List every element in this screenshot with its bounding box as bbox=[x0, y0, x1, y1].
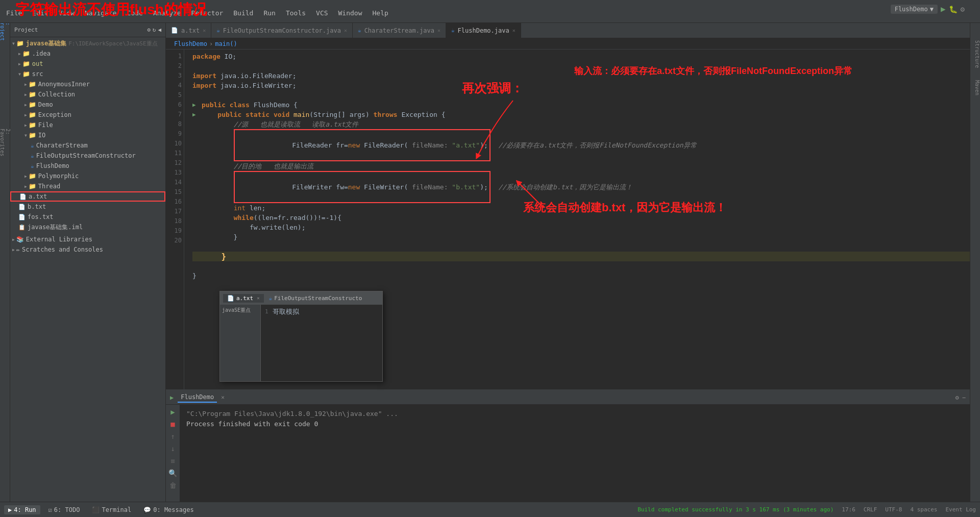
close-icon[interactable]: ✕ bbox=[203, 28, 206, 33]
popup-code-line-1: 1 哥取模拟 bbox=[265, 307, 378, 316]
project-panel: Project ⚙ ↻ ◀ ▼ 📁 javase基础集 F:\IDEAworkS… bbox=[10, 23, 166, 502]
code-line-16 bbox=[192, 242, 970, 252]
rerun-button[interactable]: ▶ bbox=[168, 407, 178, 417]
java-icon: ☕ bbox=[358, 27, 361, 34]
sync-icon[interactable]: ↻ bbox=[153, 27, 156, 33]
taskbar-run-label: 4: Run bbox=[14, 506, 36, 513]
tab-label: FileOutputStreamConstructor.java bbox=[223, 27, 341, 34]
debug-button[interactable]: 🐛 bbox=[949, 5, 958, 13]
tab-fileoutputstreamconstructor[interactable]: ☕ FileOutputStreamConstructor.java ✕ bbox=[211, 23, 353, 38]
filter-button[interactable]: 🔍 bbox=[168, 468, 178, 478]
project-header: Project ⚙ ↻ ◀ bbox=[10, 23, 165, 37]
taskbar-messages-label: 0: Messages bbox=[153, 506, 193, 513]
tree-external-libraries[interactable]: ▶ 📚 External Libraries bbox=[10, 234, 165, 244]
todo-icon: ☑ bbox=[48, 506, 52, 513]
tree-root[interactable]: ▼ 📁 javase基础集 F:\IDEAworkSpace\JavaSE重点 bbox=[10, 38, 165, 48]
close-icon[interactable]: ✕ bbox=[257, 296, 259, 301]
menu-run[interactable]: Run bbox=[261, 8, 277, 18]
tree-anonymousinner[interactable]: ▶ 📁 AnonymousInner bbox=[10, 79, 165, 89]
scroll-up-button[interactable]: ↑ bbox=[168, 431, 178, 441]
code-line-14: fw.write(len); bbox=[192, 223, 970, 232]
output-line-1: "C:\Program Files\Java\jdk1.8.0_192\bin\… bbox=[186, 409, 964, 419]
tab-run[interactable]: FlushDemo bbox=[178, 392, 217, 403]
favorites-sidebar-btn[interactable]: 2: Favorites bbox=[1, 138, 10, 147]
close-icon[interactable]: ✕ bbox=[344, 28, 347, 33]
maven-btn[interactable]: Maven bbox=[971, 80, 980, 89]
structure-btn[interactable]: Structure bbox=[971, 40, 980, 50]
editor-tabs: 📄 a.txt ✕ ☕ FileOutputStreamConstructor.… bbox=[166, 23, 970, 38]
build-status: Build completed successfully in 3 s 167 … bbox=[638, 506, 834, 513]
tab-label: a.txt bbox=[181, 27, 200, 34]
menu-bar: 字符输出流不使用flush的情况 File Edit View Navigate… bbox=[0, 0, 980, 23]
close-icon[interactable]: ✕ bbox=[512, 28, 516, 33]
tree-out[interactable]: ▶ 📁 out bbox=[10, 59, 165, 69]
tree-charaterstream[interactable]: ☕ CharaterStream bbox=[10, 140, 165, 151]
tree-btxt[interactable]: 📄 b.txt bbox=[10, 202, 165, 212]
tree-io[interactable]: ▼ 📁 IO bbox=[10, 130, 165, 140]
stop-button[interactable]: ■ bbox=[168, 419, 178, 429]
java-icon: ☕ bbox=[451, 27, 455, 34]
project-sidebar-btn[interactable]: 1: Project bbox=[1, 26, 10, 35]
tree-exception[interactable]: ▶ 📁 Exception bbox=[10, 110, 165, 120]
tree-idea[interactable]: ▶ 📁 .idea bbox=[10, 48, 165, 59]
popup-file-viewer: 📄 a.txt ✕ ☕ FileOutputStreamConstructo j… bbox=[219, 291, 383, 382]
code-line-11: FileWriter fw=new FileWriter( fileName: … bbox=[192, 171, 970, 203]
code-line-7: ▶ public static void main(String[] args)… bbox=[192, 110, 970, 119]
taskbar-run[interactable]: ▶ 4: Run bbox=[4, 505, 40, 514]
menu-build[interactable]: Build bbox=[231, 8, 255, 18]
popup-editor[interactable]: 1 哥取模拟 bbox=[261, 305, 382, 381]
settings-icon[interactable]: ⚙ bbox=[955, 394, 959, 401]
tree-iml[interactable]: 📋 javase基础集.iml bbox=[10, 222, 165, 232]
tree-fostxt[interactable]: 📄 fos.txt bbox=[10, 212, 165, 222]
run-icon: ▶ bbox=[170, 394, 174, 401]
tree-flushdemo[interactable]: ☕ FlushDemo bbox=[10, 161, 165, 171]
tree-scratches[interactable]: ▶ ✏ Scratches and Consoles bbox=[10, 244, 165, 255]
menu-tools[interactable]: Tools bbox=[284, 8, 308, 18]
close-icon[interactable]: ✕ bbox=[437, 28, 440, 33]
tree-thread[interactable]: ▶ 📁 Thread bbox=[10, 181, 165, 191]
tree-collection[interactable]: ▶ 📁 Collection bbox=[10, 89, 165, 100]
code-line-6: ▶ public class FlushDemo { bbox=[192, 100, 970, 110]
close-run-tab[interactable]: ✕ bbox=[221, 394, 225, 401]
popup-tab-atxt[interactable]: 📄 a.txt ✕ bbox=[223, 294, 264, 303]
tree-polymorphic[interactable]: ▶ 📁 Polymorphic bbox=[10, 171, 165, 181]
file-icon: 📄 bbox=[171, 27, 178, 34]
tree-atxt[interactable]: 📄 a.txt bbox=[10, 191, 165, 202]
line-ending: CRLF bbox=[864, 506, 877, 513]
event-log[interactable]: Event Log bbox=[945, 506, 976, 513]
fold-button[interactable]: ≡ bbox=[168, 456, 178, 466]
tab-atxt[interactable]: 📄 a.txt ✕ bbox=[166, 23, 211, 38]
menu-window[interactable]: Window bbox=[336, 8, 364, 18]
java-icon: ☕ bbox=[216, 27, 220, 34]
menu-vcs[interactable]: VCS bbox=[314, 8, 330, 18]
popup-tab-fileoutput[interactable]: ☕ FileOutputStreamConstructo bbox=[265, 294, 366, 303]
main-layout: 1: Project 2: Favorites Project ⚙ ↻ ◀ ▼ … bbox=[0, 23, 980, 502]
taskbar-terminal[interactable]: ⬛ Terminal bbox=[88, 505, 135, 514]
minimize-icon[interactable]: − bbox=[962, 394, 966, 401]
taskbar-todo[interactable]: ☑ 6: TODO bbox=[44, 505, 84, 514]
tree-fileoutputstreamconstructor[interactable]: ☕ FileOutputStreamConstructor bbox=[10, 151, 165, 161]
build-button[interactable]: ⚙ bbox=[961, 5, 965, 13]
trash-button[interactable]: 🗑 bbox=[168, 480, 178, 490]
code-line-9: FileReader fr=new FileReader( fileName: … bbox=[192, 129, 970, 161]
breadcrumb-flushdemo[interactable]: FlushDemo bbox=[174, 40, 207, 47]
breadcrumb-sep: › bbox=[209, 40, 213, 47]
code-line-20 bbox=[192, 281, 970, 290]
scroll-down-button[interactable]: ↓ bbox=[168, 444, 178, 454]
tab-charaterstream[interactable]: ☕ CharaterStream.java ✕ bbox=[353, 23, 446, 38]
tab-flushdemo[interactable]: ☕ FlushDemo.java ✕ bbox=[446, 23, 521, 38]
tree-demo[interactable]: ▶ 📁 Demo bbox=[10, 100, 165, 110]
taskbar: ▶ 4: Run ☑ 6: TODO ⬛ Terminal 💬 0: Messa… bbox=[0, 502, 980, 517]
encoding: UTF-8 bbox=[885, 506, 902, 513]
collapse-icon[interactable]: ◀ bbox=[158, 27, 161, 33]
run-config-selector[interactable]: FlushDemo ▼ bbox=[891, 5, 938, 14]
taskbar-messages[interactable]: 💬 0: Messages bbox=[139, 505, 198, 514]
popup-line-number: 1 bbox=[265, 308, 268, 315]
breadcrumb-main[interactable]: main() bbox=[215, 40, 237, 47]
run-icon: ▶ bbox=[8, 506, 12, 513]
tree-file[interactable]: ▶ 📁 File bbox=[10, 120, 165, 130]
gear-icon[interactable]: ⚙ bbox=[147, 27, 151, 33]
run-button[interactable]: ▶ bbox=[941, 4, 946, 14]
tree-src[interactable]: ▼ 📁 src bbox=[10, 69, 165, 79]
menu-help[interactable]: Help bbox=[371, 8, 390, 18]
